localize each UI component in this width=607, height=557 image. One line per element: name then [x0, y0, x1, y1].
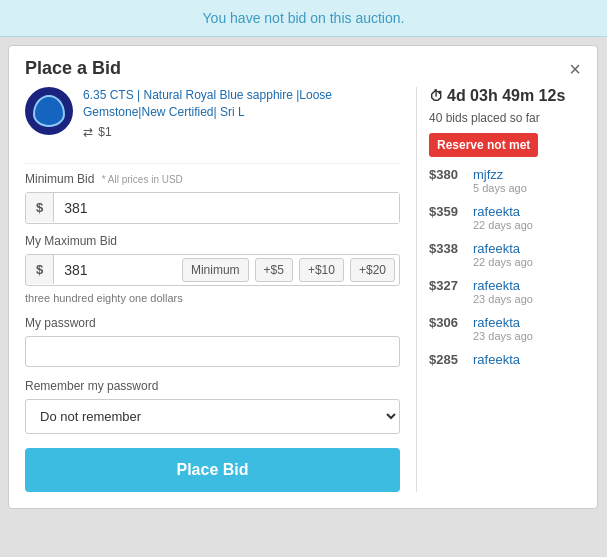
bid-entry-0: $380 mjfzz 5 days ago	[429, 167, 581, 194]
bid-username-3[interactable]: rafeekta	[473, 278, 533, 293]
bid-icon: ⇄	[83, 125, 93, 139]
amount-text: three hundred eighty one dollars	[25, 292, 400, 304]
plus10-button[interactable]: +$10	[299, 258, 344, 282]
bids-count: 40 bids placed so far	[429, 111, 581, 125]
place-bid-button[interactable]: Place Bid	[25, 448, 400, 492]
plus5-button[interactable]: +$5	[255, 258, 293, 282]
bid-username-0[interactable]: mjfzz	[473, 167, 527, 182]
minimum-bid-row: $	[25, 192, 400, 224]
timer-row: ⏱ 4d 03h 49m 12s	[429, 87, 581, 105]
max-bid-prefix: $	[26, 255, 54, 284]
bid-entry-5: $285 rafeekta 23 days ago	[429, 352, 581, 367]
password-label: My password	[25, 316, 96, 330]
item-title[interactable]: 6.35 CTS | Natural Royal Blue sapphire |…	[83, 87, 400, 121]
top-banner: You have not bid on this auction.	[0, 0, 607, 37]
min-bid-prefix: $	[26, 193, 54, 222]
bid-entry-1: $359 rafeekta 22 days ago	[429, 204, 581, 231]
max-bid-label: My Maximum Bid	[25, 234, 117, 248]
bid-time-3: 23 days ago	[473, 293, 533, 305]
bid-username-5[interactable]: rafeekta	[473, 352, 533, 367]
max-bid-input[interactable]	[54, 255, 182, 285]
minimum-bid-label: Minimum Bid	[25, 172, 94, 186]
bid-entry-4: $306 rafeekta 23 days ago	[429, 315, 581, 342]
item-price: $1	[98, 125, 111, 139]
bids-list: $380 mjfzz 5 days ago $359 rafeekta 22 d…	[429, 167, 581, 367]
remember-select[interactable]: Do not remember Remember for session Rem…	[25, 399, 400, 434]
minimum-bid-input[interactable]	[54, 193, 399, 223]
bid-entry-2: $338 rafeekta 22 days ago	[429, 241, 581, 268]
item-info: 6.35 CTS | Natural Royal Blue sapphire |…	[25, 87, 400, 149]
bid-username-4[interactable]: rafeekta	[473, 315, 533, 330]
max-bid-row: $ Minimum +$5 +$10 +$20	[25, 254, 400, 286]
reserve-badge: Reserve not met	[429, 133, 538, 157]
bid-time-2: 22 days ago	[473, 256, 533, 268]
bid-time-1: 22 days ago	[473, 219, 533, 231]
bid-amount-1: $359	[429, 204, 465, 219]
usd-note: * All prices in USD	[102, 174, 183, 185]
bid-time-0: 5 days ago	[473, 182, 527, 194]
item-thumbnail	[25, 87, 73, 135]
bid-username-2[interactable]: rafeekta	[473, 241, 533, 256]
timer-value: 4d 03h 49m 12s	[447, 87, 565, 105]
bid-time-4: 23 days ago	[473, 330, 533, 342]
bid-username-1[interactable]: rafeekta	[473, 204, 533, 219]
modal-title: Place a Bid	[25, 58, 121, 79]
min-bid-button[interactable]: Minimum	[182, 258, 249, 282]
bid-amount-4: $306	[429, 315, 465, 330]
bid-amount-5: $285	[429, 352, 465, 367]
clock-icon: ⏱	[429, 88, 443, 104]
plus20-button[interactable]: +$20	[350, 258, 395, 282]
bid-amount-3: $327	[429, 278, 465, 293]
remember-label: Remember my password	[25, 379, 158, 393]
password-input[interactable]	[25, 336, 400, 367]
close-button[interactable]: ×	[569, 59, 581, 79]
bid-entry-3: $327 rafeekta 23 days ago	[429, 278, 581, 305]
modal-overlay: Place a Bid × 6.35 CTS | Natural Royal B…	[8, 45, 598, 509]
banner-message: You have not bid on this auction.	[203, 10, 405, 26]
bid-amount-0: $380	[429, 167, 465, 182]
bid-amount-2: $338	[429, 241, 465, 256]
modal-header: Place a Bid ×	[9, 46, 597, 87]
